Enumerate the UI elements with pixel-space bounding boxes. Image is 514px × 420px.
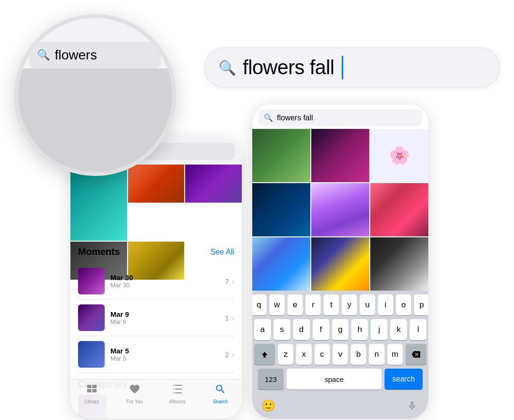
result-photo-3[interactable]: 🌸 xyxy=(370,129,428,182)
keyboard-row-1: q w e r t y u i o p xyxy=(254,294,426,315)
foryou-icon xyxy=(129,383,140,398)
big-search-text: flowers fall xyxy=(243,56,334,79)
result-photo-8[interactable] xyxy=(311,237,369,291)
moment-date-sub-1: Mar 30 xyxy=(110,282,219,289)
rp-search-icon: 🔍 xyxy=(264,113,273,122)
key-w[interactable]: w xyxy=(269,294,285,315)
moment-thumb-2 xyxy=(78,304,105,331)
moment-count-row-1: 7 › xyxy=(225,277,234,285)
svg-rect-0 xyxy=(87,385,91,388)
moment-count-row-3: 2 › xyxy=(225,351,234,359)
key-n[interactable]: n xyxy=(369,344,384,365)
right-phone: 🔍 flowers fall 🌸 q w e r t y u i xyxy=(252,105,428,419)
tab-bar: Library For You Albums Search xyxy=(70,379,242,419)
result-photo-7[interactable] xyxy=(252,237,310,291)
tab-foryou[interactable]: For You xyxy=(113,383,156,404)
space-key[interactable]: space xyxy=(287,369,382,390)
result-photo-9[interactable] xyxy=(370,237,428,291)
result-photo-1[interactable] xyxy=(252,129,310,182)
chevron-icon-2: › xyxy=(232,314,234,322)
photo-cell-orange[interactable] xyxy=(128,165,185,203)
moment-count-1: 7 xyxy=(225,277,229,285)
moment-row-2[interactable]: Mar 9 Mar 9 1 › xyxy=(78,300,234,336)
key-a[interactable]: a xyxy=(254,319,271,340)
num-key[interactable]: 123 xyxy=(258,369,284,390)
magnifier-search-icon: 🔍 xyxy=(37,49,50,61)
key-e[interactable]: e xyxy=(287,294,303,315)
key-l[interactable]: l xyxy=(410,319,426,340)
see-all-button[interactable]: See All xyxy=(210,248,234,256)
moment-date-sub-2: Mar 9 xyxy=(110,318,219,325)
keyboard-row-4: 123 space search xyxy=(254,369,426,390)
search-key[interactable]: search xyxy=(385,369,423,390)
moment-date-sub-3: Mar 5 xyxy=(110,355,219,362)
tab-foryou-label: For You xyxy=(127,399,143,404)
key-r[interactable]: r xyxy=(306,294,321,315)
shift-key[interactable] xyxy=(254,344,275,365)
keyboard-row-3: z x c v b n m xyxy=(254,344,426,365)
result-photo-2[interactable] xyxy=(311,129,369,182)
albums-icon xyxy=(172,383,183,398)
tab-library-label: Library xyxy=(85,399,99,404)
moment-thumb-1 xyxy=(78,268,105,294)
home-indicator xyxy=(254,418,426,419)
tab-search-label: Search xyxy=(213,399,228,404)
key-y[interactable]: y xyxy=(342,294,357,315)
key-h[interactable]: h xyxy=(351,319,368,340)
chevron-icon-3: › xyxy=(232,351,234,359)
key-p[interactable]: p xyxy=(414,294,428,315)
result-photo-4[interactable] xyxy=(252,183,310,236)
moment-thumb-3 xyxy=(78,341,105,368)
mic-key[interactable] xyxy=(402,395,423,416)
key-v[interactable]: v xyxy=(333,344,348,365)
moment-count-3: 2 xyxy=(225,351,229,359)
moment-date-main-1: Mar 30 xyxy=(110,273,219,282)
result-photo-5[interactable] xyxy=(311,183,369,236)
backspace-key[interactable] xyxy=(405,344,426,365)
key-j[interactable]: j xyxy=(371,319,387,340)
keyboard: q w e r t y u i o p a s d f g h j k l xyxy=(252,291,428,419)
result-photo-6[interactable] xyxy=(370,183,428,236)
tab-albums-label: Albums xyxy=(169,399,185,404)
key-z[interactable]: z xyxy=(278,344,293,365)
right-phone-search-area: 🔍 flowers fall xyxy=(252,105,428,129)
moment-info-2: Mar 9 Mar 9 xyxy=(110,310,219,325)
keyboard-row-2: a s d f g h j k l xyxy=(254,319,426,340)
moments-title: Moments xyxy=(78,246,120,257)
big-search-bar-container: 🔍 flowers fall xyxy=(205,48,500,88)
moment-count-row-2: 1 › xyxy=(225,314,234,322)
key-i[interactable]: i xyxy=(378,294,393,315)
moment-row-3[interactable]: Mar 5 Mar 5 2 › xyxy=(78,336,234,373)
moment-count-2: 1 xyxy=(225,314,229,322)
key-s[interactable]: s xyxy=(274,319,290,340)
emoji-key[interactable]: 🙂 xyxy=(258,395,279,416)
key-m[interactable]: m xyxy=(387,344,403,365)
tab-search[interactable]: Search xyxy=(199,383,242,404)
big-search-icon: 🔍 xyxy=(218,59,236,76)
key-f[interactable]: f xyxy=(313,319,329,340)
magnifier-circle: 🔍 flowers xyxy=(14,14,176,176)
key-b[interactable]: b xyxy=(351,344,366,365)
key-c[interactable]: c xyxy=(315,344,330,365)
big-search-bar[interactable]: 🔍 flowers fall xyxy=(205,48,500,88)
keyboard-bottom-row: 🙂 xyxy=(254,393,426,418)
svg-rect-3 xyxy=(92,389,97,392)
key-t[interactable]: t xyxy=(324,294,339,315)
left-photo-grid xyxy=(70,165,242,241)
key-k[interactable]: k xyxy=(390,319,407,340)
flower-emoji: 🌸 xyxy=(389,146,410,166)
key-o[interactable]: o xyxy=(396,294,411,315)
key-q[interactable]: q xyxy=(252,294,267,315)
right-phone-search-bar[interactable]: 🔍 flowers fall xyxy=(258,109,423,126)
moment-date-main-3: Mar 5 xyxy=(110,347,219,355)
tab-albums[interactable]: Albums xyxy=(156,383,199,404)
magnifier-search-bar: 🔍 flowers xyxy=(30,42,161,68)
key-u[interactable]: u xyxy=(360,294,375,315)
library-icon xyxy=(86,383,98,398)
photo-cell-teal[interactable] xyxy=(70,165,127,241)
key-d[interactable]: d xyxy=(293,319,310,340)
photo-cell-purple[interactable] xyxy=(185,165,242,203)
tab-library[interactable]: Library xyxy=(70,383,113,404)
key-x[interactable]: x xyxy=(296,344,311,365)
key-g[interactable]: g xyxy=(332,319,349,340)
